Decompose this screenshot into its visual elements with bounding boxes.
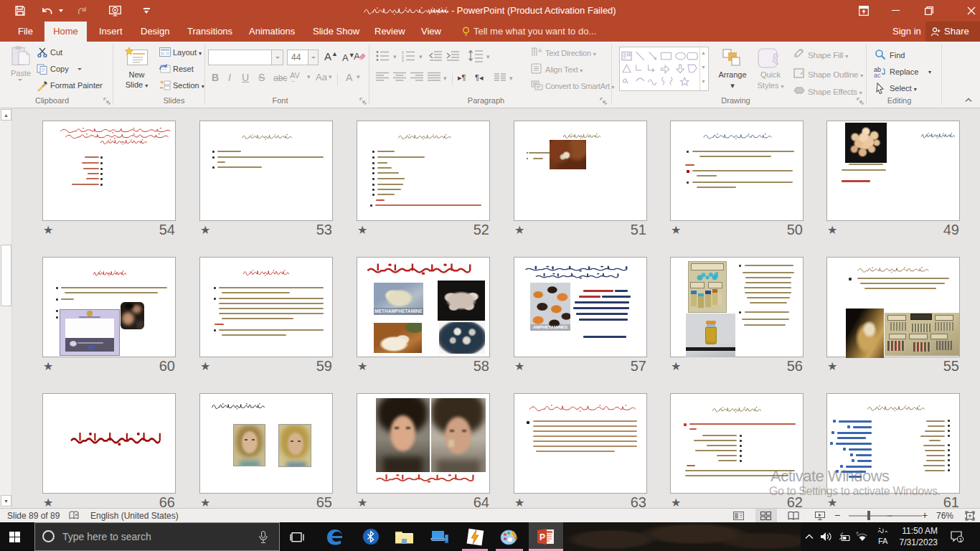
svg-text:P: P <box>540 532 545 542</box>
svg-text:ac: ac <box>874 72 881 78</box>
svg-text:A: A <box>538 47 542 54</box>
svg-text:A: A <box>354 51 360 62</box>
svg-text:3: 3 <box>402 58 404 62</box>
svg-text:1: 1 <box>959 537 963 543</box>
